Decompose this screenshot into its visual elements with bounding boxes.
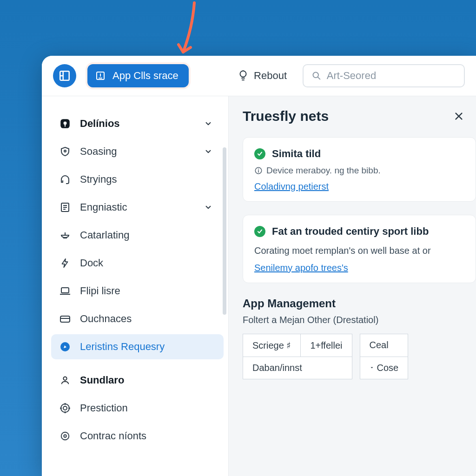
sidebar-item-prestiction[interactable]: Prestiction (51, 396, 224, 421)
svg-point-14 (61, 432, 69, 440)
list-icon (59, 202, 72, 213)
section-title: App Management (243, 297, 476, 310)
search-icon (312, 71, 321, 81)
svg-rect-9 (60, 316, 70, 322)
info-icon (254, 166, 263, 175)
chevron-down-icon (204, 147, 212, 156)
bolt-icon (59, 258, 72, 269)
chevron-down-icon (204, 119, 212, 128)
sidebar-item-delinios[interactable]: Delínios (51, 111, 224, 136)
sidebar-item-leristins[interactable]: Leristins Requesry (51, 334, 224, 359)
card-icon (59, 313, 72, 324)
status-card-1: Simita tild Device meraboy. ng the bibb.… (243, 137, 476, 202)
sidebar-item-label: Flipi lisre (80, 285, 120, 297)
laptop-icon (59, 285, 72, 297)
sidebar-item-label: Catarlating (80, 229, 129, 241)
cell-text: Cose (377, 363, 399, 373)
topbar: App Clls srace Rebout (42, 56, 476, 96)
check-icon (254, 148, 265, 159)
primary-action-label: App Clls srace (112, 70, 178, 82)
sidebar-item-label: Engniastic (80, 201, 127, 213)
sidebar-item-label: Prestiction (80, 402, 128, 414)
svg-point-12 (61, 404, 69, 412)
shield-icon (59, 146, 72, 157)
svg-rect-8 (61, 288, 69, 293)
svg-point-15 (64, 435, 66, 437)
card-link-2[interactable]: Senilemy apofo trees's (254, 263, 348, 273)
bulb-icon (238, 70, 248, 82)
sidebar-item-dock[interactable]: Dock (51, 251, 224, 276)
close-button[interactable] (449, 109, 469, 123)
sidebar-item-ouchnaces[interactable]: Ouchnaces (51, 306, 224, 331)
svg-point-13 (63, 406, 67, 410)
sidebar-item-soasing[interactable]: Soasing (51, 139, 224, 164)
app-logo[interactable] (53, 64, 76, 87)
doc-icon (59, 430, 72, 442)
sidebar-item-label: Stryings (80, 173, 117, 185)
chevron-down-icon (204, 203, 212, 212)
card-title: Simita tild (272, 148, 321, 160)
sidebar-item-label: Contraс níonts (80, 430, 146, 442)
card-link-1[interactable]: Coladivng petierst (254, 181, 329, 192)
section-tables: Scriege ♯ 1+ffellei Daban/innst Ceal (243, 334, 476, 379)
app-management-section: App Management Foltert a Mejan Other (Dr… (243, 297, 476, 379)
table-row[interactable]: Daban/innst (243, 357, 352, 379)
app-icon (59, 118, 72, 130)
sidebar-item-label: Soasing (80, 145, 117, 158)
svg-point-6 (64, 150, 66, 152)
table-left: Scriege ♯ 1+ffellei Daban/innst (243, 334, 352, 379)
card-title: Fat an trouded centiry sport libb (272, 225, 429, 238)
svg-point-11 (63, 377, 66, 380)
sidebar-item-label: Sundlaro (80, 374, 124, 386)
app-window: App Clls srace Rebout (42, 56, 476, 476)
main-header: Truesfly nets (243, 108, 476, 124)
primary-action-chip[interactable]: App Clls srace (87, 64, 189, 87)
person-icon (59, 375, 72, 386)
export-icon (95, 70, 106, 81)
main-panel: Truesfly nets Simita tild Device meraboy… (229, 96, 476, 476)
cell: Cose (360, 357, 408, 379)
compass-icon (59, 341, 72, 352)
card-subtext: Device meraboy. ng the bibb. (266, 165, 381, 176)
section-subtitle: Foltert a Mejan Other (Drestatiol) (243, 315, 476, 325)
table-row[interactable]: Scriege ♯ 1+ffellei (243, 334, 352, 357)
sidebar: Delínios Soasing Stryings (42, 96, 229, 476)
cell: 1+ffellei (301, 334, 352, 357)
cell: Daban/innst (243, 357, 352, 379)
close-icon (454, 111, 464, 121)
search-box[interactable] (303, 64, 465, 87)
sidebar-item-label: Dock (80, 257, 103, 269)
bowl-icon (59, 230, 72, 241)
svg-point-5 (64, 121, 67, 125)
table-row[interactable]: Ceal (360, 334, 408, 357)
sidebar-item-contrac[interactable]: Contraс níonts (51, 423, 224, 449)
page-title: Truesfly nets (243, 108, 329, 124)
topbar-link-label: Rebout (254, 70, 287, 82)
body: Delínios Soasing Stryings (42, 96, 476, 476)
callout-arrow (177, 0, 205, 60)
sidebar-item-stryings[interactable]: Stryings (51, 167, 224, 192)
sidebar-item-engniastic[interactable]: Engniastic (51, 195, 224, 220)
table-right: Ceal Cose (360, 334, 409, 379)
table-row[interactable]: Cose (360, 357, 408, 379)
sidebar-item-sundlaro[interactable]: Sundlaro (51, 368, 224, 393)
cell: Ceal (360, 334, 408, 357)
status-card-2: Fat an trouded centiry sport libb Corati… (243, 215, 476, 283)
cell: Scriege ♯ (243, 334, 301, 357)
svg-point-2 (240, 71, 246, 77)
headset-icon (59, 174, 72, 185)
caret-down-icon (370, 365, 374, 370)
sidebar-item-label: Leristins Requesry (80, 341, 165, 353)
target-icon (59, 403, 72, 414)
sidebar-item-flipi[interactable]: Flipi lisre (51, 278, 224, 304)
check-icon (254, 226, 265, 237)
card-body: Corating moet remplan's on well base at … (254, 244, 464, 257)
sidebar-item-catarlating[interactable]: Catarlating (51, 223, 224, 248)
logo-icon (59, 70, 71, 82)
search-input[interactable] (327, 70, 456, 82)
topbar-link-rebout[interactable]: Rebout (233, 70, 291, 82)
sidebar-item-label: Delínios (80, 118, 120, 130)
sidebar-item-label: Ouchnaces (80, 313, 132, 325)
scrollbar[interactable] (223, 147, 226, 315)
